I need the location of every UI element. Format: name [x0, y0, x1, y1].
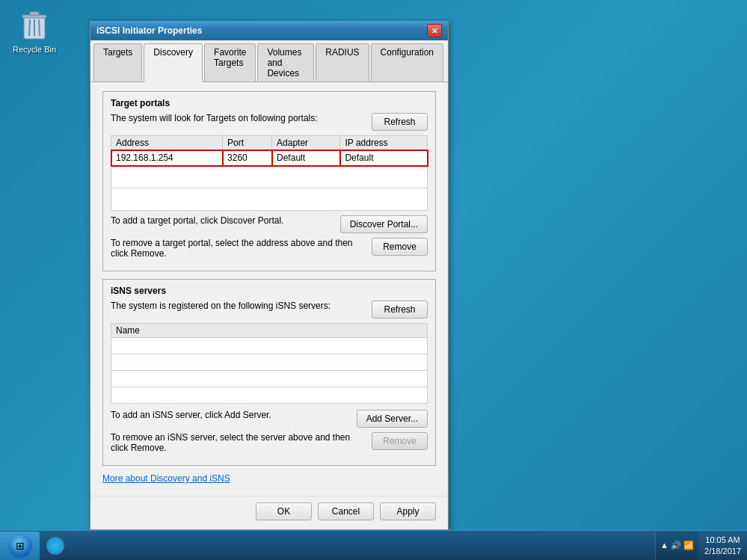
remove-server-row: To remove an iSNS server, select the ser… — [111, 432, 428, 453]
target-portals-title: Target portals — [111, 98, 428, 108]
clock-date: 2/18/2017 — [704, 546, 741, 556]
target-portals-header-row: The system will look for Targets on foll… — [111, 113, 428, 131]
cell-ip: Default — [340, 150, 428, 166]
discover-portal-button[interactable]: Discover Portal... — [340, 215, 428, 233]
isns-desc: The system is registered on the followin… — [111, 301, 372, 311]
isns-servers-section: iSNS servers The system is registered on… — [102, 279, 436, 466]
remove-portal-row: To remove a target portal, select the ad… — [111, 238, 428, 259]
remove-server-button[interactable]: Remove — [372, 432, 428, 450]
dialog-footer: OK Cancel Apply — [90, 496, 448, 529]
taskbar: ⊞ 🌐 ▲ 🔊 📶 10:05 AM 2/18/2017 — [0, 530, 747, 560]
tab-targets[interactable]: Targets — [93, 43, 142, 81]
target-portals-refresh-button[interactable]: Refresh — [372, 113, 428, 131]
isns-empty-row-4 — [111, 387, 428, 404]
cancel-button[interactable]: Cancel — [318, 502, 374, 520]
cell-adapter: Default — [272, 150, 340, 166]
target-portals-section: Target portals The system will look for … — [102, 91, 436, 271]
isns-empty-row-2 — [111, 354, 428, 371]
tab-discovery[interactable]: Discovery — [144, 43, 203, 82]
col-port: Port — [223, 136, 272, 150]
tab-volumes-devices[interactable]: Volumes and Devices — [257, 43, 314, 81]
table-empty-row-2 — [111, 188, 428, 211]
table-empty-row-1 — [111, 166, 428, 188]
col-address: Address — [111, 136, 223, 150]
ok-button[interactable]: OK — [256, 502, 312, 520]
add-server-button[interactable]: Add Server... — [357, 410, 428, 428]
dialog-window: iSCSI Initiator Properties ✕ Targets Dis… — [90, 21, 449, 530]
remove-server-desc: To remove an iSNS server, select the ser… — [111, 432, 366, 453]
dialog-content: Target portals The system will look for … — [90, 82, 448, 496]
close-button[interactable]: ✕ — [427, 24, 442, 37]
target-portals-desc: The system will look for Targets on foll… — [111, 113, 372, 123]
isns-header-row: The system is registered on the followin… — [111, 301, 428, 319]
add-server-desc: To add an iSNS server, click Add Server. — [111, 410, 351, 420]
cell-port: 3260 — [223, 150, 272, 166]
desktop: Recycle Bin iSCSI Initiator Properties ✕… — [0, 0, 747, 560]
isns-empty-row-1 — [111, 338, 428, 354]
help-link-container: More about Discovery and iSNS — [102, 473, 436, 484]
add-server-row: To add an iSNS server, click Add Server.… — [111, 410, 428, 428]
tab-configuration[interactable]: Configuration — [371, 43, 443, 81]
dialog-titlebar[interactable]: iSCSI Initiator Properties ✕ — [90, 21, 448, 40]
target-portals-table-wrapper: Address Port Adapter IP address 192.168.… — [111, 135, 428, 211]
tabs-row: Targets Discovery Favorite Targets Volum… — [90, 40, 448, 82]
svg-rect-2 — [30, 12, 39, 15]
start-orb-icon: ⊞ — [8, 534, 32, 558]
taskbar-right: ▲ 🔊 📶 10:05 AM 2/18/2017 — [655, 532, 747, 560]
svg-line-3 — [29, 19, 30, 36]
isns-table: Name — [111, 323, 428, 404]
tab-favorite-targets[interactable]: Favorite Targets — [204, 43, 256, 81]
isns-table-wrapper: Name — [111, 323, 428, 404]
isns-refresh-button[interactable]: Refresh — [372, 301, 428, 319]
col-adapter: Adapter — [272, 136, 340, 150]
remove-portal-button[interactable]: Remove — [372, 238, 428, 256]
tab-radius[interactable]: RADIUS — [316, 43, 369, 81]
cell-address: 192.168.1.254 — [111, 150, 223, 166]
target-portals-table: Address Port Adapter IP address 192.168.… — [111, 135, 428, 211]
apply-button[interactable]: Apply — [380, 502, 436, 520]
clock-time: 10:05 AM — [705, 535, 740, 545]
svg-line-5 — [39, 19, 40, 36]
recycle-bin-label: Recycle Bin — [13, 45, 56, 54]
start-button[interactable]: ⊞ — [0, 532, 40, 560]
dialog-title: iSCSI Initiator Properties — [96, 25, 427, 36]
system-tray: ▲ 🔊 📶 — [655, 532, 698, 560]
recycle-bin-icon[interactable]: Recycle Bin — [7, 6, 61, 54]
discover-portal-row: To add a target portal, click Discover P… — [111, 215, 428, 233]
taskbar-globe-icon[interactable]: 🌐 — [46, 537, 64, 555]
discover-portal-desc: To add a target portal, click Discover P… — [111, 215, 334, 226]
svg-rect-1 — [22, 15, 46, 18]
clock: 10:05 AM 2/18/2017 — [704, 535, 741, 556]
remove-portal-desc: To remove a target portal, select the ad… — [111, 238, 366, 259]
tray-icons: ▲ 🔊 📶 — [660, 541, 694, 550]
isns-title: iSNS servers — [111, 286, 428, 296]
help-link[interactable]: More about Discovery and iSNS — [102, 473, 230, 484]
table-row[interactable]: 192.168.1.254 3260 Default Default — [111, 150, 428, 166]
isns-empty-row-3 — [111, 371, 428, 387]
isns-col-name: Name — [111, 324, 428, 338]
col-ip-address: IP address — [340, 136, 428, 150]
